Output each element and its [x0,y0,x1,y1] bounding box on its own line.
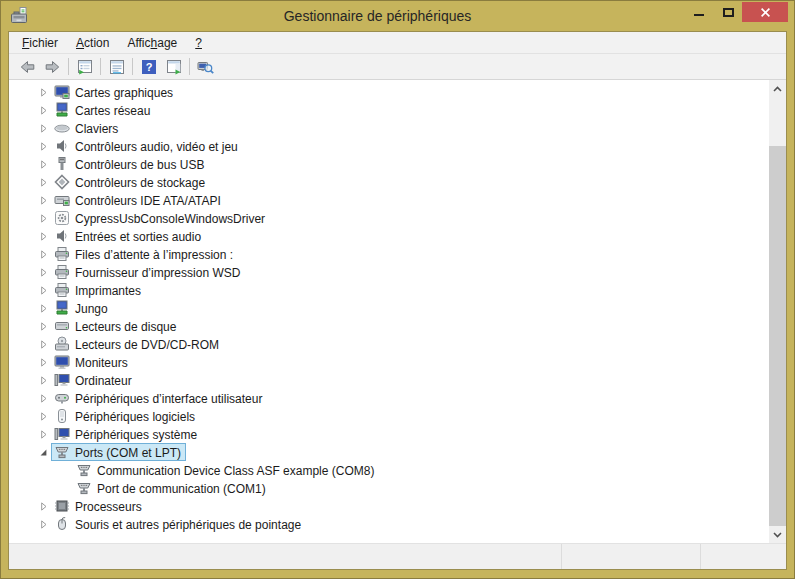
menu-item-affichage[interactable]: Affichage [118,33,186,53]
properties-button[interactable] [104,56,129,78]
chevron-up-icon [773,86,782,92]
collapsed-expander-icon[interactable] [35,376,51,385]
collapsed-expander-icon[interactable] [35,214,51,223]
collapsed-expander-icon[interactable] [35,142,51,151]
chevron-down-icon [773,532,782,538]
minimize-button[interactable] [684,2,714,22]
tree-item-label: Périphériques système [75,427,197,442]
tree-item-body[interactable]: Port de communication (COM1) [73,479,271,497]
tree-item-body[interactable]: Périphériques logiciels [51,407,200,425]
tree-item-body[interactable]: Entrées et sorties audio [51,227,206,245]
collapsed-expander-icon[interactable] [35,160,51,169]
collapsed-expander-icon[interactable] [35,430,51,439]
tree-item[interactable]: Contrôleurs audio, vidéo et jeu [9,137,769,155]
scan-hardware-button[interactable] [193,56,218,78]
console-tree-button[interactable] [72,56,97,78]
collapsed-expander-icon[interactable] [35,232,51,241]
tree-item[interactable]: Jungo [9,299,769,317]
forward-button[interactable] [40,56,65,78]
tree-item-body[interactable]: Lecteurs de DVD/CD-ROM [51,335,224,353]
audio-icon [53,138,70,154]
tree-item-body[interactable]: Souris et autres périphériques de pointa… [51,515,306,533]
tree-item-body[interactable]: Cartes graphiques [51,83,178,101]
tree-item-body[interactable]: Moniteurs [51,353,133,371]
close-button[interactable] [742,2,788,22]
tree-item-body[interactable]: Contrôleurs IDE ATA/ATAPI [51,191,226,209]
collapsed-expander-icon[interactable] [35,358,51,367]
tree-item[interactable]: Communication Device Class ASF example (… [9,461,769,479]
scrollbar-down-button[interactable] [769,526,786,543]
tree-item[interactable]: Port de communication (COM1) [9,479,769,497]
collapsed-expander-icon[interactable] [35,250,51,259]
help-button[interactable]: ? [136,56,161,78]
tree-item-body[interactable]: Processeurs [51,497,147,515]
collapsed-expander-icon[interactable] [35,502,51,511]
expanded-expander-icon[interactable] [35,448,51,457]
menu-item-help[interactable]: ? [186,33,211,53]
tree-item-body[interactable]: Communication Device Class ASF example (… [73,461,379,479]
tree-item-body[interactable]: Périphériques système [51,425,202,443]
tree-item-body[interactable]: Lecteurs de disque [51,317,181,335]
tree-item-body[interactable]: Files d’attente à l’impression : [51,245,238,263]
title-bar[interactable]: Gestionnaire de périphériques [1,1,794,31]
tree-item-body[interactable]: Périphériques d’interface utilisateur [51,389,267,407]
vertical-scrollbar[interactable] [769,80,786,543]
tree-item-body[interactable]: CypressUsbConsoleWindowsDriver [51,209,270,227]
tree-item[interactable]: Souris et autres périphériques de pointa… [9,515,769,533]
tree-item[interactable]: Entrées et sorties audio [9,227,769,245]
back-button[interactable] [15,56,40,78]
tree-item[interactable]: Périphériques d’interface utilisateur [9,389,769,407]
tree-item[interactable]: Claviers [9,119,769,137]
tree-item[interactable]: Ports (COM et LPT) [9,443,769,461]
toolbar-separator [132,58,133,75]
tree-item[interactable]: Contrôleurs de stockage [9,173,769,191]
action-pane-button[interactable] [161,56,186,78]
tree-item-body[interactable]: Contrôleurs de stockage [51,173,210,191]
collapsed-expander-icon[interactable] [35,88,51,97]
collapsed-expander-icon[interactable] [35,196,51,205]
tree-item[interactable]: Processeurs [9,497,769,515]
collapsed-expander-icon[interactable] [35,106,51,115]
tree-item-body[interactable]: Imprimantes [51,281,146,299]
tree-item[interactable]: Imprimantes [9,281,769,299]
collapsed-expander-icon[interactable] [35,304,51,313]
collapsed-expander-icon[interactable] [35,322,51,331]
scrollbar-up-button[interactable] [769,80,786,97]
tree-item-body[interactable]: Cartes réseau [51,101,155,119]
tree-item-body[interactable]: Claviers [51,119,123,137]
tree-item[interactable]: Périphériques logiciels [9,407,769,425]
mouse-icon [53,516,70,532]
tree-item[interactable]: Contrôleurs de bus USB [9,155,769,173]
menu-item-fichier[interactable]: Fichier [13,33,67,53]
collapsed-expander-icon[interactable] [35,412,51,421]
tree-item[interactable]: CypressUsbConsoleWindowsDriver [9,209,769,227]
tree-item-body[interactable]: Contrôleurs audio, vidéo et jeu [51,137,243,155]
tree-item-body[interactable]: Contrôleurs de bus USB [51,155,209,173]
collapsed-expander-icon[interactable] [35,268,51,277]
tree-item[interactable]: Contrôleurs IDE ATA/ATAPI [9,191,769,209]
tree-item[interactable]: Cartes réseau [9,101,769,119]
tree-item-label: Ordinateur [75,373,132,388]
tree-item[interactable]: Ordinateur [9,371,769,389]
tree-item[interactable]: Files d’attente à l’impression : [9,245,769,263]
tree-item[interactable]: Moniteurs [9,353,769,371]
tree-item[interactable]: Périphériques système [9,425,769,443]
collapsed-expander-icon[interactable] [35,340,51,349]
collapsed-expander-icon[interactable] [35,286,51,295]
tree-item-body[interactable]: Jungo [51,299,113,317]
tree-item-label: Communication Device Class ASF example (… [97,463,374,478]
tree-item[interactable]: Fournisseur d’impression WSD [9,263,769,281]
tree-item-body[interactable]: Ports (COM et LPT) [51,443,186,461]
tree-item[interactable]: Cartes graphiques [9,83,769,101]
collapsed-expander-icon[interactable] [35,394,51,403]
menu-item-action[interactable]: Action [67,33,118,53]
tree-item-body[interactable]: Fournisseur d’impression WSD [51,263,245,281]
maximize-button[interactable] [714,2,742,22]
scrollbar-thumb[interactable] [769,146,786,526]
collapsed-expander-icon[interactable] [35,124,51,133]
collapsed-expander-icon[interactable] [35,520,51,529]
collapsed-expander-icon[interactable] [35,178,51,187]
tree-item-body[interactable]: Ordinateur [51,371,137,389]
tree-item[interactable]: Lecteurs de DVD/CD-ROM [9,335,769,353]
tree-item[interactable]: Lecteurs de disque [9,317,769,335]
